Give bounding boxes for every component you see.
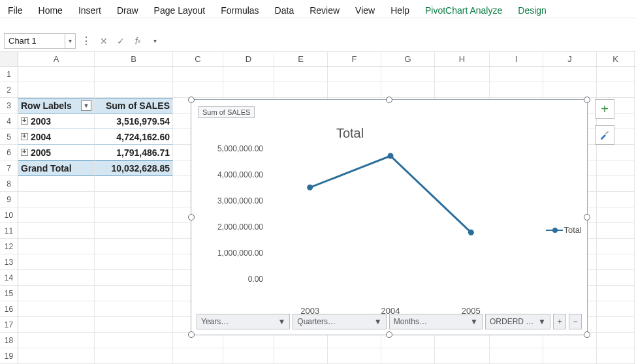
col-header-g[interactable]: G [381, 52, 435, 66]
cell[interactable] [18, 207, 95, 223]
tab-data[interactable]: Data [267, 3, 302, 18]
name-box-dropdown-icon[interactable]: ▾ [65, 34, 75, 48]
expand-icon[interactable] [21, 149, 28, 156]
row-header[interactable]: 10 [0, 207, 18, 223]
cell[interactable] [597, 239, 635, 254]
tab-draw[interactable]: Draw [109, 3, 146, 18]
col-header-h[interactable]: H [435, 52, 490, 66]
col-header-i[interactable]: I [490, 52, 543, 66]
resize-handle-s[interactable] [386, 331, 392, 338]
cell[interactable] [18, 67, 95, 82]
cell[interactable] [435, 67, 490, 82]
col-header-d[interactable]: D [223, 52, 274, 66]
pivot-row-label[interactable]: 2005 [18, 145, 95, 160]
row-header[interactable]: 3 [0, 98, 18, 114]
pivot-grand-total-label[interactable]: Grand Total [18, 160, 95, 176]
tab-home[interactable]: Home [31, 3, 71, 18]
cell[interactable] [18, 317, 95, 333]
cell[interactable] [95, 333, 173, 348]
cell[interactable] [328, 82, 381, 98]
cell[interactable] [597, 176, 635, 192]
pivot-row-value[interactable]: 3,516,979.54 [95, 114, 173, 129]
cell[interactable] [597, 270, 635, 286]
row-header[interactable]: 1 [0, 67, 18, 82]
cell[interactable] [543, 82, 597, 98]
cell[interactable] [173, 348, 223, 364]
cell[interactable] [95, 239, 173, 254]
resize-handle-nw[interactable] [188, 97, 195, 103]
cell[interactable] [18, 301, 95, 317]
cell[interactable] [95, 67, 173, 82]
expand-all-button[interactable]: + [553, 314, 566, 329]
tab-help[interactable]: Help [383, 3, 417, 18]
filter-years[interactable]: Years…▼ [197, 314, 290, 329]
cell[interactable] [18, 254, 95, 270]
cell[interactable] [18, 176, 95, 192]
cell[interactable] [173, 82, 223, 98]
cell[interactable] [597, 223, 635, 239]
pivot-row-value[interactable]: 4,724,162.60 [95, 129, 173, 145]
expand-icon[interactable] [21, 133, 28, 140]
cell[interactable] [597, 333, 635, 348]
row-header[interactable]: 6 [0, 145, 18, 160]
cell[interactable] [95, 223, 173, 239]
tab-formulas[interactable]: Formulas [213, 3, 266, 18]
cell[interactable] [274, 82, 328, 98]
pivot-grand-total-value[interactable]: 10,032,628.85 [95, 160, 173, 176]
name-box-value[interactable]: Chart 1 [5, 36, 65, 46]
col-header-e[interactable]: E [274, 52, 328, 66]
cell[interactable] [18, 286, 95, 301]
resize-handle-ne[interactable] [584, 97, 590, 103]
col-header-c[interactable]: C [173, 52, 223, 66]
tab-pivotchart-analyze[interactable]: PivotChart Analyze [417, 3, 510, 18]
cell[interactable] [490, 348, 543, 364]
resize-handle-sw[interactable] [188, 331, 195, 338]
col-header-k[interactable]: K [597, 52, 635, 66]
row-header[interactable]: 16 [0, 301, 18, 317]
tab-file[interactable]: File [0, 3, 31, 18]
cell[interactable] [435, 82, 490, 98]
chart-legend[interactable]: Total [546, 225, 582, 235]
cell[interactable] [223, 82, 274, 98]
plot-area[interactable]: 0.001,000,000.002,000,000.003,000,000.00… [204, 149, 511, 299]
cell[interactable] [597, 160, 635, 176]
cell[interactable] [18, 82, 95, 98]
row-header[interactable]: 17 [0, 317, 18, 333]
cell[interactable] [597, 82, 635, 98]
name-box[interactable]: Chart 1 ▾ [4, 33, 76, 49]
select-all-corner[interactable] [0, 52, 18, 66]
collapse-all-button[interactable]: − [569, 314, 582, 329]
cell[interactable] [95, 301, 173, 317]
tab-review[interactable]: Review [302, 3, 347, 18]
cell[interactable] [95, 254, 173, 270]
filter-quarters[interactable]: Quarters…▼ [293, 314, 386, 329]
col-header-f[interactable]: F [328, 52, 381, 66]
cell[interactable] [95, 82, 173, 98]
cell[interactable] [381, 348, 435, 364]
row-header[interactable]: 13 [0, 254, 18, 270]
cell[interactable] [18, 348, 95, 364]
pivot-filter-dropdown-icon[interactable]: ▼ [81, 100, 91, 111]
cell[interactable] [95, 286, 173, 301]
row-header[interactable]: 14 [0, 270, 18, 286]
filter-orderdate[interactable]: ORDERD …▼ [485, 314, 550, 329]
row-header[interactable]: 4 [0, 114, 18, 129]
cell[interactable] [18, 223, 95, 239]
cell[interactable] [597, 254, 635, 270]
cell[interactable] [18, 239, 95, 254]
filter-months[interactable]: Months…▼ [389, 314, 483, 329]
formula-bar-input[interactable] [165, 33, 632, 49]
row-header[interactable]: 9 [0, 192, 18, 207]
chart-elements-button[interactable]: + [595, 99, 614, 119]
tab-design[interactable]: Design [510, 3, 554, 18]
cell[interactable] [435, 348, 490, 364]
pivot-chart[interactable]: Sum of SALES Total Total 0.001,000,000.0… [191, 99, 588, 335]
tab-page-layout[interactable]: Page Layout [146, 3, 214, 18]
cell[interactable] [223, 348, 274, 364]
fx-dropdown-icon[interactable]: ▾ [148, 33, 162, 49]
cell[interactable] [381, 82, 435, 98]
row-header[interactable]: 5 [0, 129, 18, 145]
cell[interactable] [597, 207, 635, 223]
cell[interactable] [274, 67, 328, 82]
col-header-b[interactable]: B [95, 52, 173, 66]
